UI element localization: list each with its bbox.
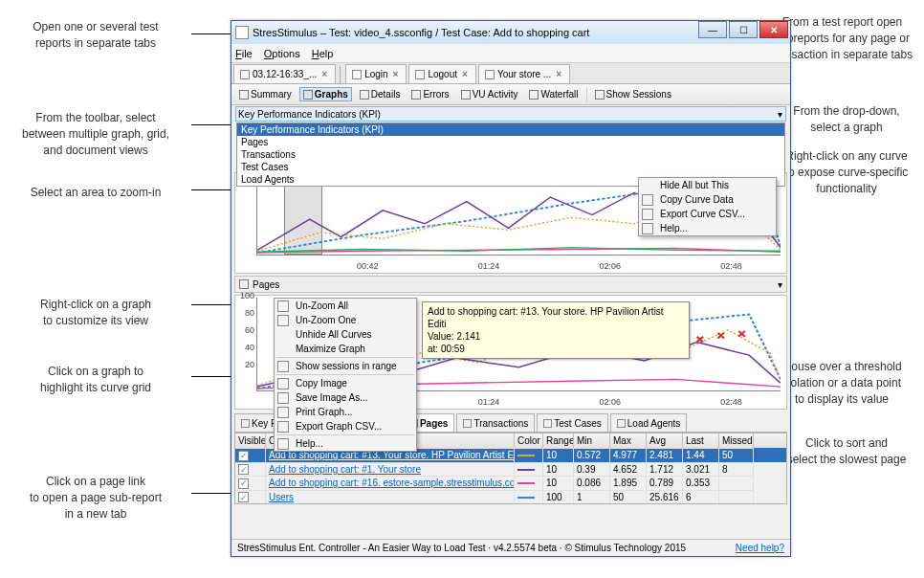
cell-min: 0.086	[574, 476, 610, 490]
checkbox-icon[interactable]: ✓	[238, 464, 249, 475]
dropdown-option[interactable]: Key Performance Indicators (KPI)	[237, 123, 784, 136]
menu-hide-all-but-this[interactable]: Hide All but This	[639, 178, 776, 192]
kpi-chart[interactable]: 00:42 01:24 02:06 02:48 Hide All but Thi…	[234, 172, 787, 274]
cell-missed: 8	[719, 462, 754, 477]
close-icon[interactable]: ×	[319, 69, 329, 79]
details-button[interactable]: Details	[356, 87, 405, 101]
y-tick: 60	[245, 325, 254, 335]
datapoint-tooltip: Add to shopping cart: #13. Your store. H…	[422, 301, 690, 359]
col-color[interactable]: Color	[515, 434, 543, 448]
errors-icon	[411, 90, 421, 100]
dropdown-option[interactable]: Pages	[237, 136, 784, 148]
vu-icon	[461, 90, 471, 100]
y-tick: 40	[245, 343, 254, 352]
tab-logout[interactable]: Logout×	[408, 64, 475, 83]
statusbar: StresStimulus Ent. Controller - An Easie…	[231, 539, 790, 556]
summary-button[interactable]: Summary	[235, 87, 296, 101]
col-avg[interactable]: Avg	[647, 434, 683, 448]
tooltip-line: at: 00:59	[428, 343, 684, 355]
cell-visible[interactable]: ✓	[235, 476, 266, 490]
menu-options[interactable]: Options	[264, 48, 300, 59]
col-last[interactable]: Last	[683, 434, 719, 448]
graphs-button[interactable]: Graphs	[299, 87, 352, 101]
errors-button[interactable]: Errors	[407, 87, 452, 101]
menu-export-graph-csv[interactable]: Export Graph CSV...	[275, 419, 416, 434]
cell-max: 4.652	[610, 462, 647, 477]
minimize-button[interactable]: —	[698, 21, 727, 38]
dropdown-option[interactable]: Transactions	[237, 148, 784, 161]
tab-label: Login	[364, 69, 387, 79]
menu-save-image[interactable]: Save Image As...	[275, 390, 416, 405]
checkbox-icon[interactable]: ✓	[238, 492, 249, 502]
tc-icon	[543, 419, 552, 428]
pages-chart[interactable]: 20 40 60 80 100 00:42 01:24 02:0	[234, 295, 787, 410]
x-tick: 02:48	[720, 261, 742, 271]
menu-help[interactable]: Help	[312, 48, 334, 59]
page-link[interactable]: Add to shopping cart: #1. Your store	[269, 464, 421, 475]
tab-report[interactable]: 03.12-16:33_...×	[233, 64, 336, 83]
waterfall-button[interactable]: Waterfall	[525, 87, 582, 101]
menu-unzoom-one[interactable]: Un-Zoom One	[275, 313, 416, 327]
cell-visible[interactable]: ✓	[235, 490, 266, 504]
annotation: From the drop-down,select a graph	[775, 103, 918, 136]
menu-show-sessions-range[interactable]: Show sessions in range	[275, 359, 416, 373]
maximize-button[interactable]: ☐	[729, 21, 758, 38]
unzoom-icon	[277, 300, 289, 312]
page-icon	[415, 70, 425, 79]
menu-help[interactable]: Help...	[275, 436, 416, 451]
menu-unzoom-all[interactable]: Un-Zoom All	[275, 299, 416, 313]
annotation: From the toolbar, selectbetween multiple…	[0, 110, 191, 158]
help-icon	[277, 438, 289, 450]
col-range[interactable]: Range	[543, 434, 574, 448]
cell-range: 10	[543, 476, 574, 490]
cell-last: 3.021	[683, 462, 719, 477]
show-sessions-button[interactable]: Show Sessions	[591, 87, 675, 101]
table-row[interactable]: ✓Add to shopping cart: #1. Your store100…	[235, 462, 786, 477]
checkbox-icon[interactable]: ✓	[238, 478, 249, 489]
menu-export-curve-csv[interactable]: Export Curve CSV...	[639, 207, 776, 221]
tab-login[interactable]: Login×	[345, 64, 407, 83]
menu-unhide-curves[interactable]: Unhide All Curves	[275, 327, 416, 342]
menu-help[interactable]: Help...	[639, 221, 776, 235]
copy-icon	[277, 378, 289, 389]
cell-visible[interactable]: ✓	[235, 448, 266, 462]
menu-maximize-graph[interactable]: Maximize Graph	[275, 342, 416, 356]
help-icon	[642, 223, 653, 234]
dropdown-option[interactable]: Test Cases	[237, 161, 784, 173]
cell-missed: 50	[719, 448, 754, 462]
col-max[interactable]: Max	[610, 434, 647, 448]
tab-loadagents[interactable]: Load Agents	[610, 413, 688, 432]
table-row[interactable]: ✓Users10015025.6166	[235, 490, 786, 504]
cell-avg: 25.616	[647, 490, 683, 504]
export-icon	[277, 421, 289, 433]
export-icon	[642, 209, 653, 220]
waterfall-icon	[529, 90, 539, 100]
menu-copy-curve-data[interactable]: Copy Curve Data	[639, 192, 776, 207]
col-missed[interactable]: Missed Goals	[719, 434, 754, 448]
table-row[interactable]: ✓Add to shopping cart: #16. estore-sampl…	[235, 476, 786, 490]
close-icon[interactable]: ×	[460, 69, 470, 79]
cell-avg: 2.481	[647, 448, 683, 462]
tab-yourstore[interactable]: Your store ...×	[478, 64, 570, 83]
graph-selector-dropdown[interactable]: Key Performance Indicators (KPI) Key Per…	[235, 106, 786, 122]
vu-activity-button[interactable]: VU Activity	[457, 87, 522, 101]
close-icon[interactable]: ×	[391, 69, 401, 79]
checkbox-icon[interactable]: ✓	[238, 451, 249, 461]
tab-transactions[interactable]: Transactions	[456, 413, 535, 432]
menu-print-graph[interactable]: Print Graph...	[275, 405, 416, 419]
page-link[interactable]: Add to shopping cart: #16. estore-sample…	[269, 478, 515, 488]
menu-file[interactable]: File	[235, 48, 253, 59]
menu-copy-image[interactable]: Copy Image	[275, 376, 416, 390]
cell-visible[interactable]: ✓	[235, 462, 266, 477]
page-icon	[239, 279, 249, 289]
tab-testcases[interactable]: Test Cases	[537, 413, 607, 432]
pages-section-header[interactable]: Pages	[234, 276, 787, 293]
cell-color	[515, 448, 543, 462]
col-visible[interactable]: Visible	[235, 434, 266, 448]
close-icon[interactable]: ×	[554, 69, 563, 79]
col-min[interactable]: Min	[574, 434, 610, 448]
close-button[interactable]: ✕	[759, 21, 788, 38]
need-help-link[interactable]: Need help?	[736, 543, 784, 553]
page-link[interactable]: Users	[269, 492, 294, 502]
annotation: Select an area to zoom-in	[0, 185, 191, 201]
